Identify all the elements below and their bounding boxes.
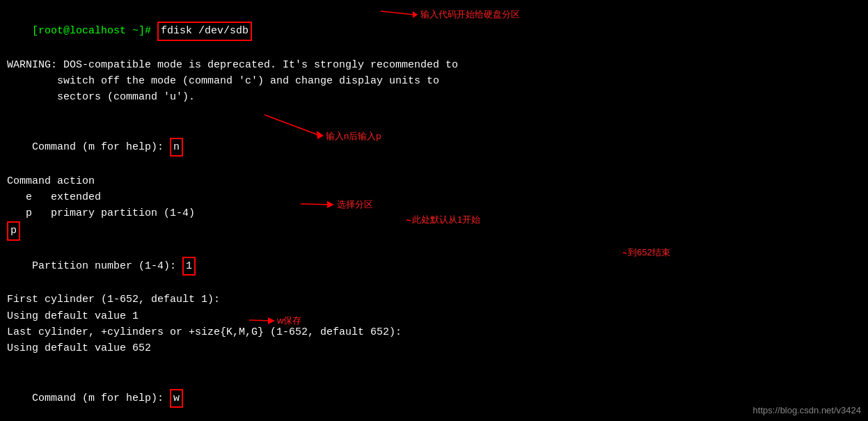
line-using-default-1: Using default value 1 <box>7 308 861 324</box>
partition-prompt: Partition number (1-4): <box>32 260 182 272</box>
line-warning-2: switch off the mode (command 'c') and ch… <box>7 73 861 89</box>
line-first-cylinder: First cylinder (1-652, default 1): <box>7 292 861 308</box>
line-partition-num: Partition number (1-4): 1 <box>7 241 861 292</box>
cmd-n-value: n <box>170 138 183 157</box>
terminal: [root@localhost ~]# fdisk /dev/sdb WARNI… <box>0 0 868 421</box>
cmd-w-value: w <box>170 389 183 408</box>
line-extended: e extended <box>7 189 861 205</box>
line-last-cylinder: Last cylinder, +cylinders or +size{K,M,G… <box>7 324 861 340</box>
line-p-input: p <box>7 221 861 240</box>
partition-value: 1 <box>182 257 196 276</box>
line-cmd-action: Command action <box>7 173 861 189</box>
line-1: [root@localhost ~]# fdisk /dev/sdb <box>7 6 861 57</box>
watermark: https://blog.csdn.net/v3424 <box>753 405 861 415</box>
p-value: p <box>7 221 20 240</box>
line-command-n: Command (m for help): n <box>7 122 861 173</box>
fdisk-command: fdisk /dev/sdb <box>157 22 252 40</box>
cmd-prompt-n: Command (m for help): <box>32 141 170 153</box>
line-using-default-652: Using default value 652 <box>7 340 861 356</box>
line-primary: p primary partition (1-4) <box>7 205 861 221</box>
prompt-1: [root@localhost ~]# <box>32 25 157 37</box>
line-command-w: Command (m for help): w <box>7 373 861 422</box>
line-blank-2 <box>7 356 861 372</box>
line-warning-3: sectors (command 'u'). <box>7 89 861 105</box>
line-warning-1: WARNING: DOS-compatible mode is deprecat… <box>7 57 861 73</box>
cmd-prompt-w: Command (m for help): <box>32 392 170 404</box>
line-blank-1 <box>7 106 861 122</box>
